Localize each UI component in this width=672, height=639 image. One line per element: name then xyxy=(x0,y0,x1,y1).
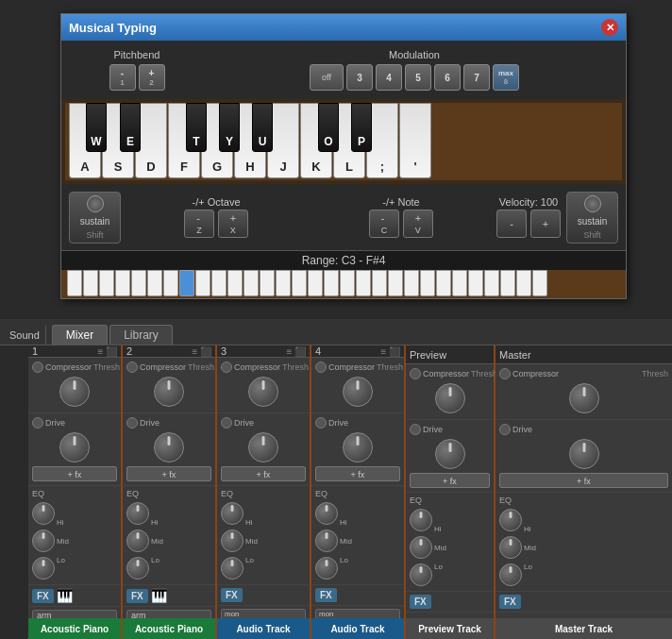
fx-badge-4[interactable]: FX xyxy=(315,588,337,602)
drive-knob-master[interactable] xyxy=(569,439,599,469)
fx-plus-preview[interactable]: + fx xyxy=(410,473,490,488)
strip-key-22[interactable] xyxy=(404,270,419,296)
velocity-plus-key[interactable]: + xyxy=(530,210,561,238)
strip-key-20[interactable] xyxy=(372,270,387,296)
mod-key-4[interactable]: 4 xyxy=(376,64,402,91)
strip-key-12[interactable] xyxy=(244,270,259,296)
eq-mid-knob-3[interactable] xyxy=(221,530,244,552)
octave-plus-key[interactable]: +X xyxy=(218,210,248,238)
drive-knob-preview[interactable] xyxy=(435,439,465,469)
drive-knob-2[interactable] xyxy=(154,432,184,462)
strip-key-16[interactable] xyxy=(308,270,323,296)
eq-hi-knob-2[interactable] xyxy=(126,502,149,525)
comp-power-1[interactable] xyxy=(32,362,43,373)
pb-key-2[interactable]: +2 xyxy=(139,64,165,91)
fx-plus-4[interactable]: + fx xyxy=(315,466,400,481)
eq-hi-knob-3[interactable] xyxy=(221,502,244,525)
eq-lo-knob-preview[interactable] xyxy=(410,563,432,586)
comp-power-2[interactable] xyxy=(126,362,138,373)
fx-badge-master[interactable]: FX xyxy=(499,595,521,609)
velocity-minus-key[interactable]: - xyxy=(496,210,527,238)
strip-key-14[interactable] xyxy=(276,270,291,296)
strip-key-29[interactable] xyxy=(516,270,531,296)
eq-lo-knob-master[interactable] xyxy=(499,563,522,586)
strip-key-8-active[interactable] xyxy=(179,270,194,296)
comp-power-master[interactable] xyxy=(499,368,511,379)
sustain-left-button[interactable]: sustain Shift xyxy=(69,192,121,244)
strip-key-30[interactable] xyxy=(532,270,547,296)
drive-power-preview[interactable] xyxy=(410,424,421,435)
strip-key-27[interactable] xyxy=(484,270,499,296)
strip-key-24[interactable] xyxy=(436,270,451,296)
eq-hi-knob-1[interactable] xyxy=(32,502,55,525)
piano-black-key-e[interactable]: E xyxy=(120,103,141,152)
piano-black-key-y[interactable]: Y xyxy=(219,103,240,152)
comp-knob-4[interactable] xyxy=(343,377,373,407)
fx-badge-3[interactable]: FX xyxy=(221,588,243,602)
strip-key-2[interactable] xyxy=(83,270,98,296)
fx-badge-1[interactable]: FX xyxy=(32,589,54,603)
note-minus-key[interactable]: -C xyxy=(369,210,399,238)
drive-power-2[interactable] xyxy=(126,417,138,429)
strip-key-3[interactable] xyxy=(99,270,114,296)
eq-mid-knob-2[interactable] xyxy=(126,530,149,552)
eq-mid-knob-4[interactable] xyxy=(315,530,338,552)
mod-key-max[interactable]: max8 xyxy=(493,64,519,91)
eq-lo-knob-1[interactable] xyxy=(32,557,55,580)
comp-power-4[interactable] xyxy=(315,362,327,373)
comp-knob-3[interactable] xyxy=(248,377,278,407)
strip-key-9[interactable] xyxy=(195,270,210,296)
drive-power-master[interactable] xyxy=(499,424,511,435)
piano-black-key-o[interactable]: O xyxy=(318,103,339,152)
strip-key-13[interactable] xyxy=(260,270,275,296)
strip-key-5[interactable] xyxy=(131,270,146,296)
eq-lo-knob-2[interactable] xyxy=(126,557,149,580)
drive-knob-3[interactable] xyxy=(248,432,278,462)
mod-key-7[interactable]: 7 xyxy=(463,64,490,91)
piano-black-key-u[interactable]: U xyxy=(252,103,273,152)
strip-key-10[interactable] xyxy=(211,270,227,296)
comp-knob-master[interactable] xyxy=(569,383,599,413)
fx-plus-1[interactable]: + fx xyxy=(32,466,117,481)
mod-key-6[interactable]: 6 xyxy=(434,64,461,91)
mod-key-3[interactable]: 3 xyxy=(346,64,373,91)
eq-mid-knob-master[interactable] xyxy=(499,536,522,559)
note-plus-key[interactable]: +V xyxy=(403,210,433,238)
eq-hi-knob-4[interactable] xyxy=(315,502,338,525)
comp-knob-2[interactable] xyxy=(154,377,184,407)
piano-black-key-w[interactable]: W xyxy=(86,103,107,152)
drive-power-4[interactable] xyxy=(315,417,327,429)
eq-hi-knob-preview[interactable] xyxy=(410,509,432,531)
strip-key-17[interactable] xyxy=(324,270,339,296)
drive-knob-4[interactable] xyxy=(343,432,373,462)
strip-key-18[interactable] xyxy=(340,270,355,296)
strip-key-4[interactable] xyxy=(115,270,130,296)
fx-plus-2[interactable]: + fx xyxy=(126,466,211,481)
octave-minus-key[interactable]: -Z xyxy=(184,210,214,238)
eq-mid-knob-preview[interactable] xyxy=(410,536,432,559)
eq-mid-knob-1[interactable] xyxy=(32,530,55,552)
strip-key-7[interactable] xyxy=(163,270,178,296)
drive-power-3[interactable] xyxy=(221,417,232,429)
eq-hi-knob-master[interactable] xyxy=(499,509,522,531)
piano-black-key-p[interactable]: P xyxy=(351,103,372,152)
drive-power-1[interactable] xyxy=(32,417,43,429)
comp-knob-preview[interactable] xyxy=(435,383,465,413)
tab-mixer[interactable]: Mixer xyxy=(52,325,108,345)
mod-key-off[interactable]: off xyxy=(310,64,344,91)
eq-lo-knob-3[interactable] xyxy=(221,557,244,580)
fx-plus-3[interactable]: + fx xyxy=(221,466,306,481)
piano-black-key-t[interactable]: T xyxy=(186,103,207,152)
pb-key-minus[interactable]: -1 xyxy=(109,64,136,91)
fx-badge-2[interactable]: FX xyxy=(126,589,148,603)
comp-knob-1[interactable] xyxy=(59,377,90,407)
strip-key-6[interactable] xyxy=(147,270,162,296)
strip-key-1[interactable] xyxy=(67,270,82,296)
strip-key-26[interactable] xyxy=(468,270,483,296)
comp-power-3[interactable] xyxy=(221,362,232,373)
piano-key-quote[interactable]: ' xyxy=(399,103,431,178)
eq-lo-knob-4[interactable] xyxy=(315,557,338,580)
strip-key-23[interactable] xyxy=(420,270,435,296)
comp-power-preview[interactable] xyxy=(410,368,421,379)
mod-key-5[interactable]: 5 xyxy=(405,64,431,91)
